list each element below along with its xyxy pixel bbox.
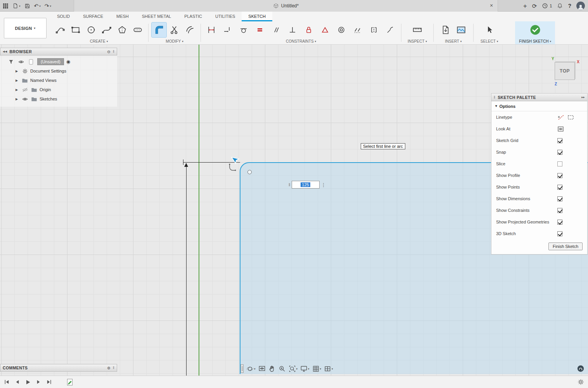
concentric-constraint[interactable]	[334, 23, 349, 37]
3d-sketch-checkbox[interactable]	[557, 231, 562, 236]
construction-line-icon[interactable]	[558, 114, 564, 120]
comments-header[interactable]: COMMENTS ⊕ ‖	[0, 364, 117, 372]
look-at-button[interactable]	[258, 365, 266, 372]
tree-row-sketches[interactable]: ▶ Sketches	[0, 94, 117, 104]
panel-grip-icon[interactable]: ‖	[113, 366, 114, 370]
view-cube[interactable]: Y X Z TOP	[552, 57, 579, 86]
tab-solid[interactable]: SOLID	[50, 12, 76, 21]
extensions-icon[interactable]: ⟳	[532, 3, 537, 9]
midpoint-constraint[interactable]	[317, 23, 333, 37]
undo-button[interactable]: ↶ ▾	[34, 3, 41, 9]
circle-tool[interactable]	[84, 23, 99, 37]
sketch-dimension-tool[interactable]	[204, 23, 219, 37]
tab-mesh[interactable]: MESH	[110, 12, 135, 21]
pan-button[interactable]	[268, 365, 276, 372]
browser-header[interactable]: ◀◀ BROWSER ⊖ ‖	[0, 48, 117, 55]
group-label-inspect[interactable]: INSPECT▾	[408, 38, 427, 44]
show-constraints-checkbox[interactable]	[557, 208, 562, 213]
dimension-input[interactable]: 125	[292, 181, 320, 189]
collapse-panel-icon[interactable]: ◀◀	[3, 50, 7, 53]
expander-icon[interactable]: ▶	[14, 69, 19, 73]
group-label-create[interactable]: CREATE▾	[90, 38, 108, 44]
go-to-start-button[interactable]	[4, 379, 10, 385]
polygon-tool[interactable]	[115, 23, 130, 37]
display-settings-button[interactable]: ▾	[300, 365, 310, 372]
app-grid-icon[interactable]	[2, 3, 9, 9]
timeline-settings-gear-icon[interactable]	[578, 379, 584, 385]
orbit-button[interactable]: ▾	[246, 365, 256, 372]
equal-constraint[interactable]	[252, 23, 268, 37]
horizontal-vertical-constraint[interactable]	[220, 23, 235, 37]
symmetry-constraint[interactable]	[366, 23, 382, 37]
notifications-icon[interactable]	[557, 3, 563, 9]
activate-component-icon[interactable]: ◉	[66, 59, 70, 64]
trim-tool[interactable]	[167, 23, 182, 37]
insert-canvas-tool[interactable]	[454, 23, 469, 37]
visibility-eye-icon[interactable]	[21, 97, 29, 101]
assistant-icon[interactable]	[577, 365, 584, 372]
new-tab-icon[interactable]: +	[523, 3, 527, 9]
finish-sketch-button[interactable]	[528, 23, 543, 37]
group-label-insert[interactable]: INSERT▾	[445, 38, 462, 44]
fit-button[interactable]: ▾	[289, 365, 298, 372]
root-document-label[interactable]: (Unsaved)	[37, 58, 64, 65]
workspace-switcher[interactable]: DESIGN ▾	[4, 18, 47, 38]
perpendicular-constraint[interactable]	[285, 23, 300, 37]
job-status-icon[interactable]	[542, 3, 548, 9]
group-label-constraints[interactable]: CONSTRAINTS▾	[286, 38, 316, 44]
drag-handle-icon[interactable]: ‖	[289, 182, 290, 187]
file-menu-button[interactable]: ▾	[12, 3, 21, 9]
hide-panel-icon[interactable]: ⊖	[107, 50, 111, 54]
add-comment-icon[interactable]: ⊕	[107, 366, 111, 370]
tangent-constraint[interactable]	[236, 23, 251, 37]
collinear-constraint[interactable]	[350, 23, 365, 37]
insert-derive-tool[interactable]	[438, 23, 453, 37]
fix-constraint[interactable]	[301, 23, 316, 37]
play-button[interactable]	[25, 379, 31, 385]
tab-surface[interactable]: SURFACE	[76, 12, 110, 21]
tree-row-origin[interactable]: ▶ Origin	[0, 85, 117, 94]
slice-checkbox[interactable]	[557, 161, 562, 166]
group-label-modify[interactable]: MODIFY▾	[166, 38, 183, 44]
user-avatar[interactable]	[576, 2, 585, 10]
help-icon[interactable]: ?	[568, 3, 571, 9]
tab-utilities[interactable]: UTILITIES	[209, 12, 242, 21]
parallel-constraint[interactable]	[268, 23, 284, 37]
line-tool[interactable]	[53, 23, 67, 37]
visibility-off-eye-icon[interactable]	[21, 88, 29, 92]
document-tab[interactable]: Untitled* ×	[74, 0, 498, 12]
show-points-checkbox[interactable]	[557, 185, 562, 190]
visibility-eye-icon[interactable]	[17, 60, 25, 64]
tab-plastic[interactable]: PLASTIC	[178, 12, 209, 21]
expander-icon[interactable]: ▶	[14, 79, 19, 82]
dimension-options-icon[interactable]: ⋮	[321, 182, 326, 188]
slot-tool[interactable]	[130, 23, 145, 37]
tree-row-document-settings[interactable]: ▶ Document Settings	[0, 66, 117, 76]
show-dimensions-checkbox[interactable]	[557, 196, 562, 201]
curvature-constraint[interactable]	[382, 23, 398, 37]
timeline-sketch-feature[interactable]	[67, 378, 73, 386]
collapse-panel-icon[interactable]: ▸▸	[581, 95, 585, 99]
expander-icon[interactable]: ▶	[14, 88, 19, 92]
panel-grip-icon[interactable]: ‖	[494, 95, 495, 99]
grid-snap-button[interactable]: ▾	[312, 365, 322, 372]
centerline-icon[interactable]	[567, 114, 574, 120]
look-at-icon[interactable]	[557, 126, 564, 132]
filter-icon[interactable]	[7, 59, 15, 64]
show-projected-geometries-checkbox[interactable]	[557, 220, 562, 225]
measure-tool[interactable]	[410, 23, 425, 37]
tab-sheet-metal[interactable]: SHEET METAL	[135, 12, 178, 21]
navbar-drag-handle[interactable]	[240, 364, 244, 373]
group-label-select[interactable]: SELECT▾	[481, 38, 498, 44]
view-cube-face-top[interactable]: TOP	[555, 62, 575, 80]
spline-tool[interactable]	[99, 23, 114, 37]
sketch-palette-header[interactable]: ‖ SKETCH PALETTE ▸▸	[491, 94, 587, 101]
options-section-header[interactable]: ▾ Options	[491, 101, 587, 111]
panel-grip-icon[interactable]: ‖	[113, 50, 114, 54]
save-button[interactable]	[24, 3, 30, 9]
rectangle-tool[interactable]	[68, 23, 83, 37]
tab-sketch[interactable]: SKETCH	[242, 12, 272, 21]
select-tool[interactable]	[482, 23, 497, 37]
group-label-finish-sketch[interactable]: FINISH SKETCH▾	[519, 38, 551, 44]
tree-row-root[interactable]: (Unsaved) ◉	[0, 57, 117, 66]
